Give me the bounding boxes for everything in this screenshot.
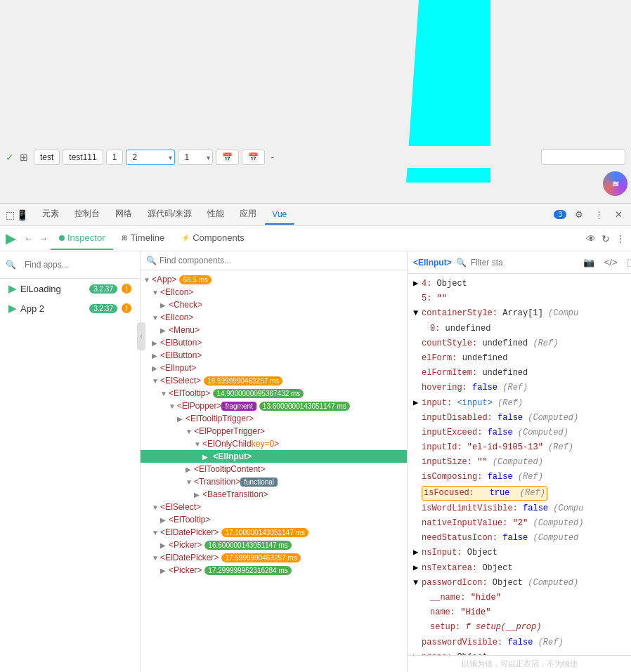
prop-arrow-4[interactable]: ▶ — [413, 277, 422, 291]
prop-arrow-nstextarea[interactable]: ▶ — [413, 562, 422, 575]
devtools-icon-device[interactable]: 📱 — [16, 209, 28, 220]
tree-node-eldatepicker2[interactable]: ▼ <ElDatePicker> 17.5999990463257 ms — [141, 551, 407, 564]
devtools-icon-inspect[interactable]: ⬚ — [6, 209, 15, 220]
prop-value-nativeinput: "2" — [513, 517, 528, 530]
arrow-elicon-menu[interactable]: ▼ — [152, 314, 160, 322]
subtab-components[interactable]: ⚡ Components — [173, 227, 253, 250]
tree-node-menu[interactable]: ▶ <Menu> — [141, 324, 407, 336]
field4[interactable]: 1 — [178, 150, 213, 165]
arrow-elselect2[interactable]: ▼ — [152, 503, 160, 511]
tab-vue[interactable]: Vue — [265, 205, 294, 225]
field3[interactable]: 1 — [106, 150, 124, 165]
arrow-elpoppertr[interactable]: ▼ — [186, 428, 194, 435]
tree-node-app[interactable]: ▼ <App> 68.5 ms — [141, 273, 407, 286]
tree-node-elselect[interactable]: ▼ <ElSelect> 18.5999990463257 ms — [141, 374, 407, 387]
tree-node-eltooltiptr[interactable]: ▶ <ElTooltipTrigger> — [141, 412, 407, 425]
prop-arrow-nsinput[interactable]: ▶ — [413, 546, 422, 560]
arrow-elselect[interactable]: ▼ — [152, 377, 160, 385]
field2[interactable]: test111 — [63, 150, 103, 165]
code-icon[interactable]: </> — [601, 256, 620, 269]
arrow-eltooltip2[interactable]: ▶ — [160, 516, 169, 524]
tree-node-transition[interactable]: ▼ <Transition> functional — [141, 475, 407, 488]
app-name-app2: App 2 — [20, 303, 85, 314]
tree-node-eltooltip2[interactable]: ▶ <ElTooltip> — [141, 513, 407, 526]
tab-console[interactable]: 控制台 — [67, 204, 107, 225]
arrow-elonlychild[interactable]: ▼ — [194, 440, 202, 448]
app-item-elloading[interactable]: ▶ ElLoading 3.2.37 ! — [0, 279, 140, 298]
tree-node-elbutton2[interactable]: ▶ <ElButton> — [141, 349, 407, 362]
arrow-elpopper[interactable]: ▼ — [169, 402, 177, 410]
arrow-elinput-top[interactable]: ▶ — [152, 364, 160, 372]
prop-value-inputexc: false — [488, 426, 513, 440]
tab-elements[interactable]: 元素 — [35, 204, 66, 225]
app-item-app2[interactable]: ▶ App 2 3.2.37 ! — [0, 298, 140, 318]
layout-icon[interactable]: ⬚ — [624, 256, 631, 269]
tree-node-elinput-top[interactable]: ▶ <ElInput> — [141, 362, 407, 374]
tree-node-elicon-check[interactable]: ▼ <ElIcon> — [141, 286, 407, 298]
prop-sep-iscomp — [482, 470, 487, 484]
tree-node-elselect2[interactable]: ▼ <ElSelect> — [141, 501, 407, 513]
tree-tag-elinput-selected: <ElInput> — [211, 452, 252, 461]
arrow-eldatepicker2[interactable]: ▼ — [152, 554, 160, 562]
filter-input[interactable] — [471, 258, 576, 268]
subtab-timeline[interactable]: ⊞ Timeline — [113, 227, 173, 250]
warn-icon-app2: ! — [122, 303, 131, 313]
tree-node-check[interactable]: ▶ <Check> — [141, 298, 407, 311]
arrow-eldatepicker1[interactable]: ▼ — [152, 529, 160, 536]
apps-search-bar: 🔍 — [0, 251, 140, 279]
select-field[interactable]: 1 2 3 — [126, 150, 175, 165]
arrow-elinput-selected[interactable]: ▶ — [202, 453, 211, 461]
tree-node-basetrans[interactable]: ▶ <BaseTransition> — [141, 488, 407, 501]
tree-node-eltooltipcontnt[interactable]: ▶ <ElTooltipContent> — [141, 463, 407, 475]
arrow-basetrans[interactable]: ▶ — [194, 491, 202, 499]
tree-node-elonlychild[interactable]: ▼ <ElOnlyChild key=0 > — [141, 437, 407, 450]
toolbar-search[interactable] — [541, 149, 625, 165]
tree-node-picker1[interactable]: ▶ <Picker> 16.600000143051147 ms — [141, 539, 407, 551]
tree-node-elicon-menu[interactable]: ▼ <ElIcon> — [141, 311, 407, 324]
arrow-transition[interactable]: ▼ — [186, 478, 194, 486]
arrow-eltooltiptr[interactable]: ▶ — [177, 415, 186, 423]
field1[interactable]: test — [34, 150, 60, 165]
prop-arrow-container[interactable]: ▼ — [413, 307, 422, 320]
eye-icon[interactable]: 👁 — [586, 233, 596, 244]
more-icon[interactable]: ⋮ — [592, 208, 606, 221]
components-search-input[interactable] — [160, 256, 401, 265]
tree-node-picker2[interactable]: ▶ <Picker> 17.299999952316284 ms — [141, 564, 407, 577]
tree-node-elpopper[interactable]: ▼ <ElPopper> fragment 13.600000014305114… — [141, 400, 407, 412]
date-icon-1[interactable]: 📅 — [216, 150, 239, 165]
forward-button[interactable]: → — [36, 232, 51, 245]
tree-node-elbutton1[interactable]: ▶ <ElButton> — [141, 336, 407, 349]
arrow-picker1[interactable]: ▶ — [160, 541, 169, 549]
arrow-app[interactable]: ▼ — [143, 276, 152, 284]
collapse-handle-middle[interactable]: ‹ — [141, 322, 145, 350]
tree-node-elinput-selected[interactable]: ▶ <ElInput> — [141, 450, 407, 463]
close-icon[interactable]: ✕ — [612, 208, 625, 221]
tab-sources[interactable]: 源代码/来源 — [141, 204, 199, 225]
prop-arrow-input[interactable]: ▶ — [413, 397, 422, 410]
tab-application[interactable]: 应用 — [233, 204, 264, 225]
arrow-elbutton2[interactable]: ▶ — [152, 352, 160, 360]
tree-node-eltooltip[interactable]: ▼ <ElTooltip> 14.9000000095367432 ms — [141, 387, 407, 400]
arrow-elbutton1[interactable]: ▶ — [152, 339, 160, 347]
arrow-eltooltip[interactable]: ▼ — [160, 390, 169, 397]
arrow-picker2[interactable]: ▶ — [160, 567, 169, 574]
more-options-icon[interactable]: ⋮ — [616, 233, 625, 244]
vue-logo-elloading: ▶ — [8, 283, 16, 294]
apps-search-input[interactable] — [19, 256, 136, 274]
arrow-eltooltipcontnt[interactable]: ▶ — [186, 466, 194, 473]
prop-value-0: undefined — [445, 322, 491, 336]
tree-node-elpoppertr[interactable]: ▼ <ElPopperTrigger> — [141, 425, 407, 437]
screenshot-icon[interactable]: 📷 — [580, 256, 597, 269]
tab-network[interactable]: 网络 — [108, 204, 139, 225]
arrow-menu[interactable]: ▶ — [160, 327, 169, 334]
back-button[interactable]: ← — [21, 232, 36, 245]
prop-arrow-pwicon[interactable]: ▼ — [413, 577, 422, 590]
refresh-icon[interactable]: ↻ — [601, 233, 610, 244]
tree-node-eldatepicker1[interactable]: ▼ <ElDatePicker> 17.100000143051147 ms — [141, 526, 407, 539]
settings-icon[interactable]: ⚙ — [572, 208, 586, 221]
tab-performance[interactable]: 性能 — [200, 204, 231, 225]
subtab-inspector[interactable]: Inspector — [51, 227, 113, 250]
arrow-check[interactable]: ▶ — [160, 301, 169, 309]
arrow-elicon-check[interactable]: ▼ — [152, 289, 160, 296]
date-icon-2[interactable]: 📅 — [242, 150, 265, 165]
